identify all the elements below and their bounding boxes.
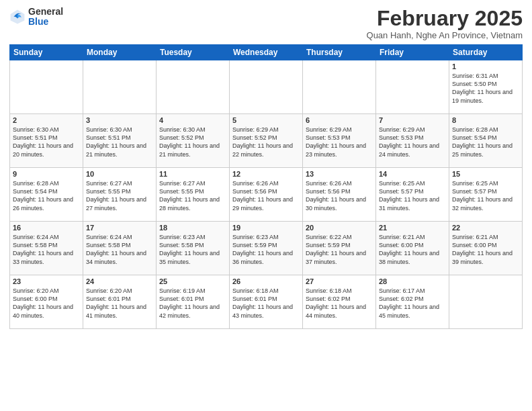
day-number: 19 bbox=[232, 224, 300, 232]
calendar-cell bbox=[10, 60, 83, 114]
col-header-friday: Friday bbox=[376, 45, 449, 60]
day-info: Sunrise: 6:27 AM Sunset: 5:55 PM Dayligh… bbox=[159, 179, 226, 212]
calendar-week-row: 1Sunrise: 6:31 AM Sunset: 5:50 PM Daylig… bbox=[10, 60, 523, 114]
calendar-cell: 23Sunrise: 6:20 AM Sunset: 6:00 PM Dayli… bbox=[10, 275, 83, 329]
day-number: 25 bbox=[159, 277, 226, 285]
calendar-cell bbox=[157, 60, 230, 114]
day-info: Sunrise: 6:25 AM Sunset: 5:57 PM Dayligh… bbox=[379, 179, 446, 212]
day-info: Sunrise: 6:18 AM Sunset: 6:02 PM Dayligh… bbox=[306, 287, 373, 320]
calendar-header-row: SundayMondayTuesdayWednesdayThursdayFrid… bbox=[10, 45, 523, 60]
calendar-table: SundayMondayTuesdayWednesdayThursdayFrid… bbox=[9, 44, 523, 329]
day-info: Sunrise: 6:29 AM Sunset: 5:52 PM Dayligh… bbox=[232, 126, 300, 158]
title-block: February 2025 Quan Hanh, Nghe An Provinc… bbox=[367, 7, 523, 40]
logo-general-text: General bbox=[28, 7, 63, 17]
day-info: Sunrise: 6:25 AM Sunset: 5:57 PM Dayligh… bbox=[452, 179, 519, 212]
day-number: 6 bbox=[306, 116, 373, 124]
day-info: Sunrise: 6:26 AM Sunset: 5:56 PM Dayligh… bbox=[232, 179, 300, 212]
day-info: Sunrise: 6:28 AM Sunset: 5:54 PM Dayligh… bbox=[13, 179, 80, 212]
calendar-cell: 18Sunrise: 6:23 AM Sunset: 5:58 PM Dayli… bbox=[157, 222, 230, 275]
location-subtitle: Quan Hanh, Nghe An Province, Vietnam bbox=[367, 30, 523, 40]
day-number: 18 bbox=[159, 224, 226, 232]
day-info: Sunrise: 6:30 AM Sunset: 5:51 PM Dayligh… bbox=[86, 126, 153, 158]
calendar-cell: 20Sunrise: 6:22 AM Sunset: 5:59 PM Dayli… bbox=[303, 222, 376, 275]
header: General Blue February 2025 Quan Hanh, Ng… bbox=[9, 7, 523, 40]
calendar-week-row: 9Sunrise: 6:28 AM Sunset: 5:54 PM Daylig… bbox=[10, 168, 523, 222]
calendar-cell: 10Sunrise: 6:27 AM Sunset: 5:55 PM Dayli… bbox=[83, 168, 157, 222]
month-title: February 2025 bbox=[367, 7, 523, 30]
day-info: Sunrise: 6:30 AM Sunset: 5:51 PM Dayligh… bbox=[13, 126, 80, 158]
calendar-cell: 27Sunrise: 6:18 AM Sunset: 6:02 PM Dayli… bbox=[303, 275, 376, 329]
day-info: Sunrise: 6:29 AM Sunset: 5:53 PM Dayligh… bbox=[306, 126, 373, 158]
day-number: 27 bbox=[306, 277, 373, 285]
calendar-cell: 19Sunrise: 6:23 AM Sunset: 5:59 PM Dayli… bbox=[230, 222, 303, 275]
day-info: Sunrise: 6:21 AM Sunset: 6:00 PM Dayligh… bbox=[452, 233, 519, 266]
calendar-cell: 5Sunrise: 6:29 AM Sunset: 5:52 PM Daylig… bbox=[230, 114, 303, 168]
day-number: 4 bbox=[159, 116, 226, 124]
day-number: 24 bbox=[86, 277, 153, 285]
calendar-cell: 17Sunrise: 6:24 AM Sunset: 5:58 PM Dayli… bbox=[83, 222, 157, 275]
page: General Blue February 2025 Quan Hanh, Ng… bbox=[0, 0, 532, 411]
calendar-cell: 21Sunrise: 6:21 AM Sunset: 6:00 PM Dayli… bbox=[376, 222, 449, 275]
calendar-cell: 11Sunrise: 6:27 AM Sunset: 5:55 PM Dayli… bbox=[157, 168, 230, 222]
calendar-cell: 6Sunrise: 6:29 AM Sunset: 5:53 PM Daylig… bbox=[303, 114, 376, 168]
calendar-cell bbox=[230, 60, 303, 114]
calendar-cell bbox=[376, 60, 449, 114]
day-info: Sunrise: 6:20 AM Sunset: 6:01 PM Dayligh… bbox=[86, 287, 153, 320]
calendar-cell: 7Sunrise: 6:29 AM Sunset: 5:53 PM Daylig… bbox=[376, 114, 449, 168]
day-number: 23 bbox=[13, 277, 80, 285]
day-info: Sunrise: 6:23 AM Sunset: 5:58 PM Dayligh… bbox=[159, 233, 226, 266]
calendar-cell: 3Sunrise: 6:30 AM Sunset: 5:51 PM Daylig… bbox=[83, 114, 157, 168]
day-number: 10 bbox=[86, 170, 153, 178]
logo-icon bbox=[9, 9, 26, 25]
day-info: Sunrise: 6:29 AM Sunset: 5:53 PM Dayligh… bbox=[379, 126, 446, 158]
day-info: Sunrise: 6:20 AM Sunset: 6:00 PM Dayligh… bbox=[13, 287, 80, 320]
day-number: 22 bbox=[452, 224, 519, 232]
day-number: 9 bbox=[13, 170, 80, 178]
day-number: 12 bbox=[232, 170, 300, 178]
calendar-week-row: 23Sunrise: 6:20 AM Sunset: 6:00 PM Dayli… bbox=[10, 275, 523, 329]
day-number: 26 bbox=[232, 277, 300, 285]
day-info: Sunrise: 6:27 AM Sunset: 5:55 PM Dayligh… bbox=[86, 179, 153, 212]
day-number: 28 bbox=[379, 277, 446, 285]
col-header-saturday: Saturday bbox=[449, 45, 523, 60]
day-number: 7 bbox=[379, 116, 446, 124]
calendar-cell: 15Sunrise: 6:25 AM Sunset: 5:57 PM Dayli… bbox=[449, 168, 523, 222]
day-number: 2 bbox=[13, 116, 80, 124]
calendar-cell: 9Sunrise: 6:28 AM Sunset: 5:54 PM Daylig… bbox=[10, 168, 83, 222]
col-header-wednesday: Wednesday bbox=[230, 45, 303, 60]
calendar-cell: 12Sunrise: 6:26 AM Sunset: 5:56 PM Dayli… bbox=[230, 168, 303, 222]
calendar-cell: 14Sunrise: 6:25 AM Sunset: 5:57 PM Dayli… bbox=[376, 168, 449, 222]
day-number: 16 bbox=[13, 224, 80, 232]
calendar-cell bbox=[303, 60, 376, 114]
day-number: 1 bbox=[452, 62, 519, 71]
calendar-cell: 8Sunrise: 6:28 AM Sunset: 5:54 PM Daylig… bbox=[449, 114, 523, 168]
calendar-cell: 28Sunrise: 6:17 AM Sunset: 6:02 PM Dayli… bbox=[376, 275, 449, 329]
day-number: 21 bbox=[379, 224, 446, 232]
calendar-cell: 26Sunrise: 6:18 AM Sunset: 6:01 PM Dayli… bbox=[230, 275, 303, 329]
calendar-cell: 4Sunrise: 6:30 AM Sunset: 5:52 PM Daylig… bbox=[157, 114, 230, 168]
col-header-monday: Monday bbox=[83, 45, 157, 60]
calendar-cell: 2Sunrise: 6:30 AM Sunset: 5:51 PM Daylig… bbox=[10, 114, 83, 168]
logo-text: General Blue bbox=[28, 7, 63, 28]
day-number: 11 bbox=[159, 170, 226, 178]
calendar-cell: 25Sunrise: 6:19 AM Sunset: 6:01 PM Dayli… bbox=[157, 275, 230, 329]
calendar-cell: 16Sunrise: 6:24 AM Sunset: 5:58 PM Dayli… bbox=[10, 222, 83, 275]
day-number: 14 bbox=[379, 170, 446, 178]
day-info: Sunrise: 6:21 AM Sunset: 6:00 PM Dayligh… bbox=[379, 233, 446, 266]
calendar-cell: 24Sunrise: 6:20 AM Sunset: 6:01 PM Dayli… bbox=[83, 275, 157, 329]
day-info: Sunrise: 6:30 AM Sunset: 5:52 PM Dayligh… bbox=[159, 126, 226, 158]
logo-blue-text: Blue bbox=[28, 17, 63, 27]
day-info: Sunrise: 6:19 AM Sunset: 6:01 PM Dayligh… bbox=[159, 287, 226, 320]
col-header-thursday: Thursday bbox=[303, 45, 376, 60]
calendar-cell: 22Sunrise: 6:21 AM Sunset: 6:00 PM Dayli… bbox=[449, 222, 523, 275]
calendar-cell: 1Sunrise: 6:31 AM Sunset: 5:50 PM Daylig… bbox=[449, 60, 523, 114]
day-info: Sunrise: 6:17 AM Sunset: 6:02 PM Dayligh… bbox=[379, 287, 446, 320]
day-number: 20 bbox=[306, 224, 373, 232]
day-info: Sunrise: 6:24 AM Sunset: 5:58 PM Dayligh… bbox=[86, 233, 153, 266]
day-info: Sunrise: 6:31 AM Sunset: 5:50 PM Dayligh… bbox=[452, 72, 519, 105]
calendar-week-row: 2Sunrise: 6:30 AM Sunset: 5:51 PM Daylig… bbox=[10, 114, 523, 168]
day-info: Sunrise: 6:26 AM Sunset: 5:56 PM Dayligh… bbox=[306, 179, 373, 212]
col-header-tuesday: Tuesday bbox=[157, 45, 230, 60]
day-info: Sunrise: 6:24 AM Sunset: 5:58 PM Dayligh… bbox=[13, 233, 80, 266]
calendar-cell bbox=[83, 60, 157, 114]
